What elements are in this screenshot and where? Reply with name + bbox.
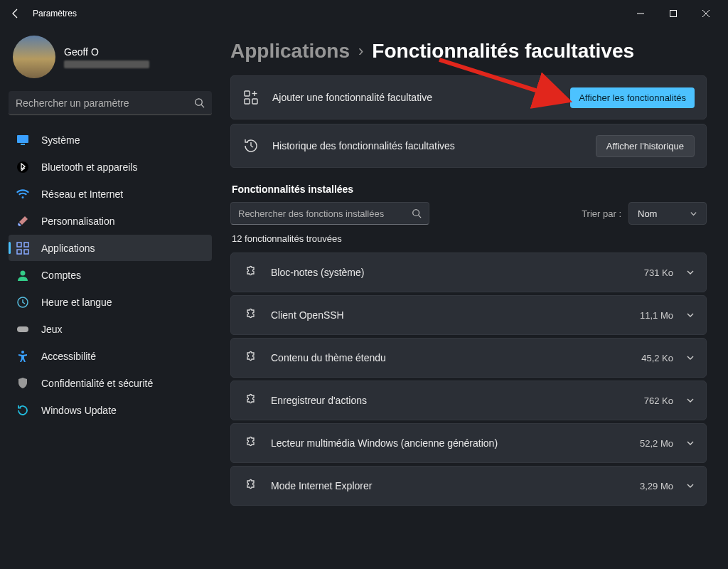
main-pane: Applications › Fonctionnalités facultati… bbox=[220, 27, 728, 569]
puzzle-icon bbox=[242, 478, 258, 494]
chevron-down-icon bbox=[686, 353, 695, 362]
feature-name: Enregistreur d'actions bbox=[271, 395, 644, 406]
sidebar-item-brush[interactable]: Personnalisation bbox=[9, 208, 212, 234]
feature-row[interactable]: Client OpenSSH11,1 Mo bbox=[230, 295, 707, 335]
display-icon bbox=[16, 133, 30, 147]
svg-line-25 bbox=[419, 216, 422, 218]
sidebar-item-update[interactable]: Windows Update bbox=[9, 397, 212, 423]
svg-rect-19 bbox=[252, 99, 257, 104]
chevron-down-icon bbox=[690, 210, 697, 218]
feature-row[interactable]: Contenu du thème étendu45,2 Ko bbox=[230, 338, 707, 378]
svg-point-4 bbox=[196, 99, 202, 105]
gamepad-icon bbox=[16, 322, 30, 336]
update-icon bbox=[16, 403, 30, 418]
chevron-right-icon: › bbox=[358, 42, 363, 60]
svg-point-13 bbox=[21, 270, 26, 275]
svg-point-8 bbox=[17, 161, 28, 173]
sidebar-item-bluetooth[interactable]: Bluetooth et appareils bbox=[9, 154, 212, 180]
chevron-down-icon bbox=[686, 482, 695, 490]
feature-size: 3,29 Mo bbox=[640, 481, 673, 491]
svg-point-16 bbox=[21, 351, 24, 353]
show-history-button[interactable]: Afficher l'historique bbox=[596, 135, 695, 157]
sidebar-item-accessibility[interactable]: Accessibilité bbox=[9, 343, 212, 369]
chevron-down-icon bbox=[686, 396, 695, 405]
svg-rect-7 bbox=[21, 144, 25, 145]
window-close[interactable] bbox=[690, 2, 722, 25]
history-icon bbox=[242, 137, 259, 154]
breadcrumb: Applications › Fonctionnalités facultati… bbox=[230, 40, 707, 63]
svg-rect-17 bbox=[245, 91, 250, 96]
breadcrumb-level1[interactable]: Applications bbox=[230, 40, 350, 63]
avatar bbox=[13, 36, 55, 78]
sidebar-item-apps[interactable]: Applications bbox=[9, 235, 212, 261]
installed-search-placeholder: Rechercher des fonctions installées bbox=[238, 208, 412, 219]
sidebar-item-label: Réseau et Internet bbox=[41, 188, 123, 200]
add-feature-label: Ajouter une fonctionnalité facultative bbox=[272, 92, 570, 103]
feature-name: Bloc-notes (système) bbox=[271, 267, 644, 278]
feature-size: 45,2 Ko bbox=[641, 353, 673, 363]
feature-row[interactable]: Lecteur multimédia Windows (ancienne gén… bbox=[230, 423, 707, 463]
window-minimize[interactable] bbox=[624, 2, 657, 25]
history-card: Historique des fonctionnalités facultati… bbox=[230, 124, 707, 168]
sidebar-item-label: Heure et langue bbox=[41, 297, 112, 308]
sidebar-nav: SystèmeBluetooth et appareilsRéseau et I… bbox=[9, 127, 212, 423]
profile-name: Geoff O bbox=[64, 46, 149, 58]
svg-rect-18 bbox=[245, 99, 250, 104]
chevron-down-icon bbox=[686, 311, 695, 319]
search-icon bbox=[412, 208, 422, 218]
svg-line-23 bbox=[251, 146, 253, 147]
sidebar-item-shield[interactable]: Confidentialité et sécurité bbox=[9, 370, 212, 396]
shield-icon bbox=[16, 376, 30, 390]
feature-size: 762 Ko bbox=[644, 395, 673, 406]
svg-rect-9 bbox=[17, 243, 21, 247]
sort-label: Trier par : bbox=[582, 208, 621, 219]
titlebar: Paramètres bbox=[0, 0, 728, 27]
installed-count: 12 fonctionnalités trouvées bbox=[232, 233, 707, 244]
puzzle-icon bbox=[242, 435, 258, 451]
feature-name: Lecteur multimédia Windows (ancienne gén… bbox=[271, 437, 640, 449]
window-maximize[interactable] bbox=[657, 2, 690, 25]
profile-email-redacted bbox=[64, 60, 149, 68]
feature-row[interactable]: Mode Internet Explorer3,29 Mo bbox=[230, 466, 707, 506]
sidebar-item-label: Personnalisation bbox=[41, 216, 115, 227]
back-button[interactable] bbox=[6, 4, 26, 23]
sort-value: Nom bbox=[638, 208, 657, 219]
sidebar-item-gamepad[interactable]: Jeux bbox=[9, 316, 212, 342]
sidebar: Geoff O Rechercher un paramètre SystèmeB… bbox=[0, 27, 220, 569]
sidebar-item-label: Windows Update bbox=[41, 405, 117, 416]
svg-point-24 bbox=[413, 210, 419, 216]
sort-dropdown[interactable]: Nom bbox=[628, 202, 707, 225]
sidebar-item-label: Accessibilité bbox=[41, 351, 96, 362]
svg-rect-11 bbox=[17, 250, 21, 254]
add-feature-card: Ajouter une fonctionnalité facultative A… bbox=[230, 75, 707, 119]
svg-rect-1 bbox=[670, 11, 677, 17]
feature-row[interactable]: Enregistreur d'actions762 Ko bbox=[230, 381, 707, 420]
show-features-button[interactable]: Afficher les fonctionnalités bbox=[570, 87, 695, 108]
profile-block[interactable]: Geoff O bbox=[9, 27, 212, 91]
person-icon bbox=[16, 268, 30, 282]
feature-row[interactable]: Bloc-notes (système)731 Ko bbox=[230, 252, 707, 292]
puzzle-icon bbox=[242, 265, 258, 280]
feature-name: Mode Internet Explorer bbox=[271, 480, 640, 491]
installed-search[interactable]: Rechercher des fonctions installées bbox=[230, 202, 429, 225]
clock-icon bbox=[16, 295, 30, 309]
apps-icon bbox=[16, 241, 30, 255]
sidebar-item-clock[interactable]: Heure et langue bbox=[9, 289, 212, 315]
sidebar-search[interactable]: Rechercher un paramètre bbox=[9, 91, 212, 115]
installed-heading: Fonctionnalités installées bbox=[232, 184, 707, 195]
puzzle-icon bbox=[242, 307, 258, 323]
feature-name: Client OpenSSH bbox=[271, 309, 640, 321]
feature-name: Contenu du thème étendu bbox=[271, 352, 641, 363]
sidebar-item-label: Bluetooth et appareils bbox=[41, 161, 137, 173]
feature-size: 731 Ko bbox=[644, 267, 673, 278]
sidebar-item-label: Confidentialité et sécurité bbox=[41, 378, 153, 389]
sidebar-item-wifi[interactable]: Réseau et Internet bbox=[9, 181, 212, 207]
page-title: Fonctionnalités facultatives bbox=[372, 40, 634, 63]
puzzle-icon bbox=[242, 393, 258, 408]
sidebar-item-person[interactable]: Comptes bbox=[9, 262, 212, 288]
wifi-icon bbox=[16, 187, 30, 201]
sidebar-item-display[interactable]: Système bbox=[9, 127, 212, 153]
svg-rect-12 bbox=[24, 250, 28, 254]
svg-line-5 bbox=[201, 105, 204, 107]
svg-rect-6 bbox=[17, 135, 28, 143]
